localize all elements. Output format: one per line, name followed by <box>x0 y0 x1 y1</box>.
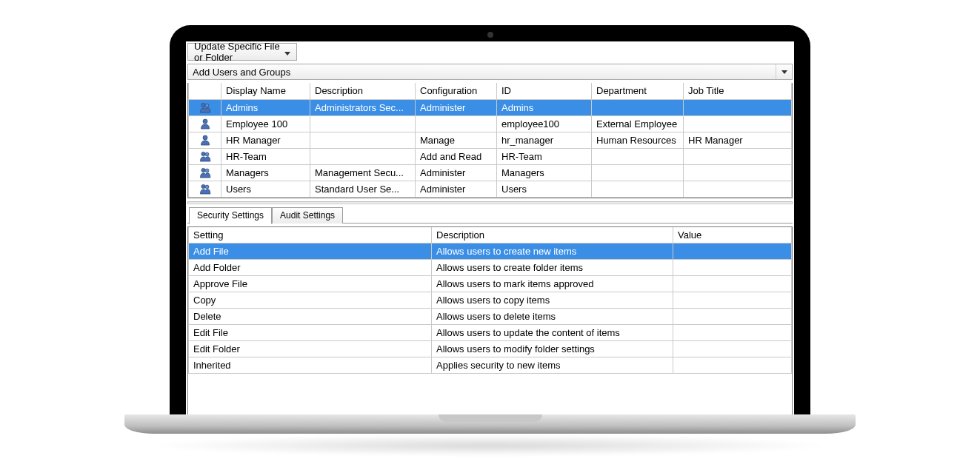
cell-value <box>673 340 792 357</box>
table-row[interactable]: Approve FileAllows users to mark items a… <box>189 275 792 292</box>
cell-description: Allows users to copy items <box>432 292 673 308</box>
cell-job-title <box>684 164 792 181</box>
cell-setting: Inherited <box>189 357 432 373</box>
cell-value <box>673 357 792 373</box>
cell-id: HR-Team <box>497 148 592 164</box>
table-row[interactable]: AdminsAdministrators Sec...AdministerAdm… <box>189 99 792 115</box>
cell-id: Users <box>497 181 592 197</box>
cell-configuration: Administer <box>416 181 497 197</box>
cell-department <box>592 99 684 115</box>
col-setting[interactable]: Setting <box>189 227 432 243</box>
cell-configuration: Manage <box>416 132 497 148</box>
col-display-name[interactable]: Display Name <box>221 83 310 99</box>
laptop-notch <box>439 414 542 422</box>
users-grid[interactable]: Display Name Description Configuration I… <box>188 83 792 198</box>
col-id[interactable]: ID <box>497 83 592 99</box>
table-row[interactable]: HR-TeamAdd and ReadHR-Team <box>189 148 792 164</box>
cell-description: Administrators Sec... <box>310 99 416 115</box>
table-row[interactable]: UsersStandard User Se...AdministerUsers <box>189 181 792 197</box>
camera-dot <box>487 32 493 38</box>
cell-job-title <box>684 115 792 132</box>
cell-configuration <box>416 115 497 132</box>
col-configuration[interactable]: Configuration <box>416 83 497 99</box>
cell-setting: Add Folder <box>189 259 432 275</box>
cell-description: Allows users to delete items <box>432 308 673 324</box>
laptop-shadow <box>148 435 832 456</box>
cell-department: External Employee <box>592 115 684 132</box>
table-row[interactable]: Add FileAllows users to create new items <box>189 243 792 259</box>
cell-display-name: Admins <box>221 99 310 115</box>
cell-configuration: Administer <box>416 164 497 181</box>
cell-description: Allows users to modify folder settings <box>432 340 673 357</box>
cell-id: Admins <box>497 99 592 115</box>
cell-job-title <box>684 148 792 164</box>
cell-job-title <box>684 99 792 115</box>
cell-department <box>592 164 684 181</box>
screen: Update Specific File or Folder Add Users… <box>186 41 794 416</box>
col-description[interactable]: Description <box>432 227 673 243</box>
cell-description: Management Secu... <box>310 164 416 181</box>
cell-department <box>592 181 684 197</box>
cell-value <box>673 292 792 308</box>
cell-description: Allows users to update the content of it… <box>432 324 673 340</box>
cell-configuration: Administer <box>416 99 497 115</box>
cell-description: Applies security to new items <box>432 357 673 373</box>
laptop-base <box>124 414 856 434</box>
col-value[interactable]: Value <box>673 227 792 243</box>
user-icon <box>189 132 221 148</box>
col-description[interactable]: Description <box>310 83 416 99</box>
cell-setting: Edit Folder <box>189 340 432 357</box>
table-row[interactable]: Add FolderAllows users to create folder … <box>189 259 792 275</box>
table-row[interactable]: Edit FileAllows users to update the cont… <box>189 324 792 340</box>
cell-value <box>673 259 792 275</box>
table-row[interactable]: Edit FolderAllows users to modify folder… <box>189 340 792 357</box>
cell-job-title: HR Manager <box>684 132 792 148</box>
table-row[interactable]: InheritedApplies security to new items <box>189 357 792 373</box>
table-row[interactable]: ManagersManagement Secu...AdministerMana… <box>189 164 792 181</box>
tab-label: Audit Settings <box>280 210 335 221</box>
table-row[interactable]: Employee 100employee100External Employee <box>189 115 792 132</box>
scope-dropdown[interactable]: Update Specific File or Folder <box>187 43 297 61</box>
tab-audit-settings[interactable]: Audit Settings <box>272 207 343 224</box>
cell-configuration: Add and Read <box>416 148 497 164</box>
table-row[interactable]: CopyAllows users to copy items <box>189 292 792 308</box>
add-users-dropdown[interactable]: Add Users and Groups <box>187 64 793 80</box>
table-row[interactable]: DeleteAllows users to delete items <box>189 308 792 324</box>
cell-display-name: Employee 100 <box>221 115 310 132</box>
users-grid-panel: Display Name Description Configuration I… <box>187 83 793 198</box>
cell-job-title <box>684 181 792 197</box>
users-grid-header: Display Name Description Configuration I… <box>189 83 792 99</box>
app-window: Update Specific File or Folder Add Users… <box>187 43 793 416</box>
tab-label: Security Settings <box>197 210 264 221</box>
cell-value <box>673 243 792 259</box>
cell-description: Standard User Se... <box>310 181 416 197</box>
col-job-title[interactable]: Job Title <box>684 83 792 99</box>
cell-description: Allows users to mark items approved <box>432 275 673 292</box>
cell-setting: Edit File <box>189 324 432 340</box>
group-icon <box>189 181 221 197</box>
cell-description <box>310 115 416 132</box>
cell-description <box>310 148 416 164</box>
cell-value <box>673 275 792 292</box>
cell-id: Managers <box>497 164 592 181</box>
cell-display-name: Users <box>221 181 310 197</box>
cell-setting: Add File <box>189 243 432 259</box>
tab-security-settings[interactable]: Security Settings <box>189 207 272 224</box>
group-icon <box>189 164 221 181</box>
group-icon <box>189 148 221 164</box>
table-row[interactable]: HR ManagerManagehr_managerHuman Resource… <box>189 132 792 148</box>
user-icon <box>189 115 221 132</box>
cell-description <box>310 132 416 148</box>
col-department[interactable]: Department <box>592 83 684 99</box>
col-icon[interactable] <box>189 83 221 99</box>
settings-grid-panel: Setting Description Value Add FileAllows… <box>187 226 793 417</box>
group-icon <box>189 99 221 115</box>
settings-grid[interactable]: Setting Description Value Add FileAllows… <box>188 227 792 374</box>
cell-setting: Copy <box>189 292 432 308</box>
chevron-down-icon[interactable] <box>776 64 792 79</box>
cell-description: Allows users to create new items <box>432 243 673 259</box>
splitter-bar[interactable] <box>187 201 793 204</box>
cell-setting: Approve File <box>189 275 432 292</box>
cell-id: hr_manager <box>497 132 592 148</box>
cell-description: Allows users to create folder items <box>432 259 673 275</box>
